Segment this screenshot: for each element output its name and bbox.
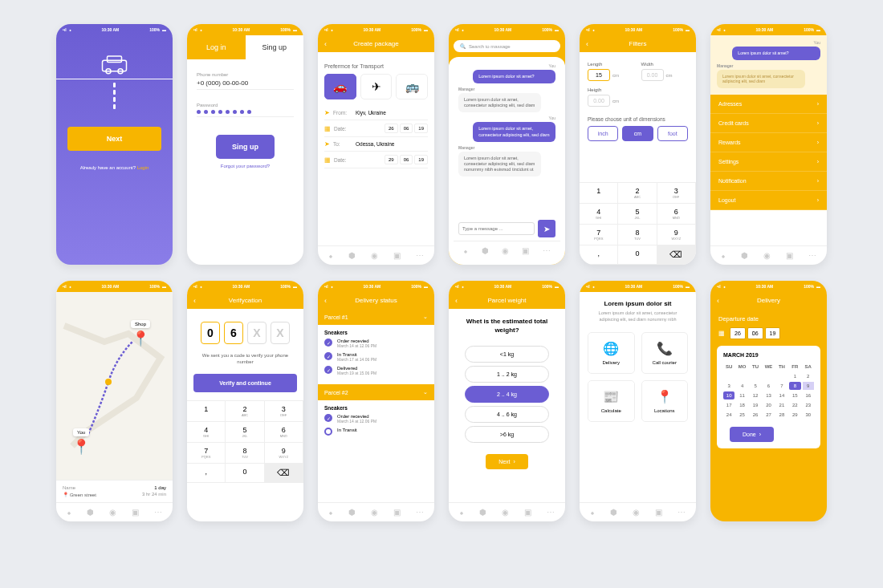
key-9[interactable]: 9WXYZ: [657, 225, 696, 245]
message-input[interactable]: [458, 222, 535, 235]
status-bar: •ıl⬥10:30 AM100%▬: [187, 24, 303, 35]
code-input[interactable]: 0 6 X X: [187, 322, 303, 344]
key-3[interactable]: 3DEF: [657, 183, 696, 204]
login-link[interactable]: Already have an account? Login: [56, 165, 173, 170]
key-6[interactable]: 6MNO: [657, 204, 696, 225]
weight-option[interactable]: 2 .. 4 kg: [465, 386, 549, 403]
signup-button[interactable]: Sing up: [216, 135, 275, 159]
action-calculate[interactable]: 📰Calculate: [588, 380, 635, 422]
width-input[interactable]: cm: [641, 69, 689, 81]
timeline-item: ✓Order receviedMarch 14 at 12.06 PM: [324, 339, 428, 348]
status-bar: •ıl⬥ 10:30 AM 100%▬: [56, 24, 173, 35]
back-icon[interactable]: ‹: [193, 297, 196, 305]
search-input[interactable]: 🔍Search to massage: [454, 40, 560, 52]
done-button[interactable]: Done›: [730, 427, 774, 442]
menu-item[interactable]: Rewards›: [710, 133, 827, 152]
action-delivery[interactable]: 🌐Delivery: [588, 332, 635, 374]
nav-bag-icon[interactable]: ⬢: [348, 251, 356, 260]
parcel-header[interactable]: Parcel #2⌄: [318, 384, 434, 400]
key-8[interactable]: 8TUV: [618, 225, 657, 245]
back-icon[interactable]: ‹: [324, 297, 327, 305]
key-7[interactable]: 7PQRS: [187, 443, 226, 464]
weight-option[interactable]: 4 .. 6 kg: [465, 406, 549, 423]
back-icon[interactable]: ‹: [717, 297, 719, 305]
action-locations[interactable]: 📍Locations: [641, 380, 689, 422]
sender-you: You: [717, 40, 820, 45]
sender-you: You: [458, 63, 555, 68]
from-field[interactable]: ➤From:Kiyv, Ukraine: [324, 106, 428, 120]
weight-option[interactable]: <1 kg: [465, 346, 549, 363]
key-4[interactable]: 4GHI: [187, 422, 226, 443]
phone-field[interactable]: Phone number +0 (000) 00-00-00: [197, 72, 294, 90]
height-input[interactable]: cm: [588, 95, 688, 107]
unit-foot[interactable]: foot: [657, 126, 688, 141]
action-call[interactable]: 📞Call courier: [641, 332, 689, 374]
password-field[interactable]: Password: [197, 103, 294, 117]
next-button[interactable]: Next: [67, 127, 161, 151]
date-from-field[interactable]: ▦Date:260619: [324, 120, 428, 137]
svg-rect-1: [108, 56, 122, 63]
screen-splash: •ıl⬥ 10:30 AM 100%▬ Next Already have an…: [56, 24, 173, 265]
key-2[interactable]: 2ABC: [618, 183, 657, 204]
parcel-header[interactable]: Parcel #1⌄: [318, 309, 434, 325]
key-5[interactable]: 5JKL: [618, 204, 657, 225]
menu-item[interactable]: Notification›: [710, 172, 827, 191]
back-icon[interactable]: ‹: [455, 297, 458, 305]
key-2[interactable]: 2ABC: [226, 401, 264, 422]
header: ‹Delivery: [710, 292, 827, 309]
transport-car[interactable]: 🚗: [324, 74, 356, 99]
forgot-link[interactable]: Forgot your password?: [193, 164, 297, 168]
nav-pin-icon[interactable]: ⬥: [328, 251, 333, 260]
key-1[interactable]: 1: [580, 183, 618, 204]
next-button[interactable]: Next›: [486, 454, 528, 469]
key-8[interactable]: 8TUV: [226, 443, 264, 464]
key-7[interactable]: 7PQRS: [580, 225, 618, 245]
nav-car-icon[interactable]: ▣: [393, 251, 401, 260]
menu-item[interactable]: Settings›: [710, 152, 827, 172]
verify-button[interactable]: Verify and continue: [193, 374, 297, 392]
screen-map: •ıl⬥10:30 AM100%▬ Shop📍 You📍 Name📍 Green…: [56, 281, 173, 521]
unit-cm[interactable]: cm: [622, 126, 653, 141]
back-icon[interactable]: ‹: [586, 40, 588, 48]
key-3[interactable]: 3DEF: [265, 401, 303, 422]
send-button[interactable]: ➤: [538, 220, 555, 237]
transport-bus[interactable]: 🚌: [396, 74, 428, 99]
key-9[interactable]: 9WXYZ: [265, 443, 303, 464]
shop-label: Shop: [131, 320, 150, 328]
transport-plane[interactable]: ✈: [360, 74, 393, 99]
to-field[interactable]: ➤To:Odessa, Ukraine: [324, 137, 428, 152]
key-4[interactable]: 4GHI: [580, 204, 618, 225]
menu-item[interactable]: Logout›: [710, 191, 827, 210]
calendar[interactable]: MARCH 2019 SUMOTUWETHFRSA123456789101112…: [717, 346, 820, 448]
key-0[interactable]: 0: [618, 245, 657, 265]
tab-login[interactable]: Log in: [187, 35, 246, 59]
key-,[interactable]: ,: [187, 464, 226, 483]
menu-item[interactable]: Adresses›: [710, 95, 827, 114]
key-6[interactable]: 6MNO: [265, 422, 303, 443]
backspace-key[interactable]: ⌫: [657, 245, 696, 265]
menu-item[interactable]: Credit cards›: [710, 114, 827, 133]
map[interactable]: Shop📍 You📍: [56, 292, 173, 480]
nav-more-icon[interactable]: ⋯: [416, 251, 424, 260]
back-icon[interactable]: ‹: [324, 40, 327, 48]
screen-menu: •ıl⬥10:30 AM100%▬ You Lorem ipsum dolor …: [710, 24, 827, 265]
weight-option[interactable]: 1 .. 2 kg: [465, 366, 549, 383]
date-to-field[interactable]: ▦Date:290619: [324, 152, 428, 168]
calendar-icon: ▦: [324, 125, 331, 132]
weight-option[interactable]: >6 kg: [465, 426, 549, 443]
key-5[interactable]: 5JKL: [226, 422, 264, 443]
key-,[interactable]: ,: [580, 245, 618, 265]
verify-text: We sent you a code to verify your phone …: [187, 352, 303, 366]
departure-date[interactable]: ▦260619: [718, 327, 819, 339]
length-input[interactable]: cm: [588, 69, 635, 81]
unit-inch[interactable]: inch: [588, 126, 618, 141]
tab-signup[interactable]: Sing up: [246, 35, 304, 59]
key-0[interactable]: 0: [226, 464, 264, 483]
screen-chat: •ıl⬥10:30 AM100%▬ 🔍Search to massage You…: [449, 24, 565, 265]
calendar-icon: ▦: [718, 330, 725, 337]
backspace-key[interactable]: ⌫: [265, 464, 303, 483]
nav-user-icon[interactable]: ◉: [371, 251, 378, 260]
search-icon: 🔍: [460, 43, 466, 49]
calendar-icon: ▦: [324, 156, 331, 164]
key-1[interactable]: 1: [187, 401, 226, 422]
